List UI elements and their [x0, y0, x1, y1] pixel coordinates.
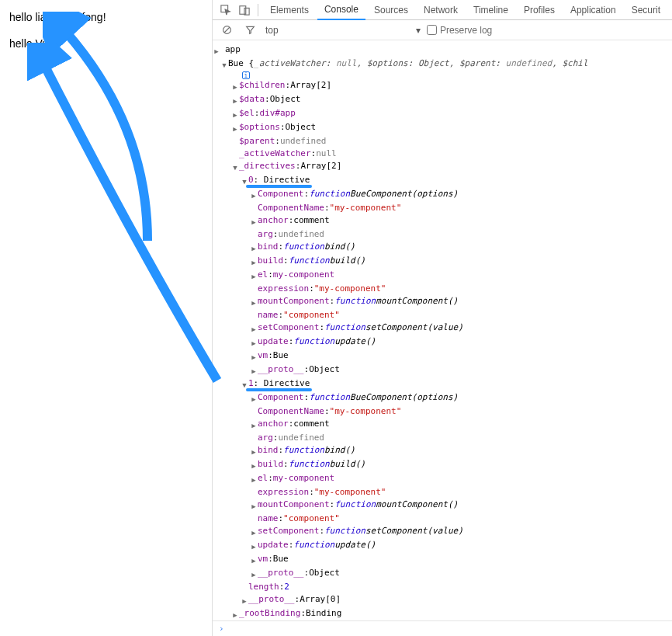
page-content: hello liangshaofeng! hello Vue!	[0, 0, 213, 636]
expand-toggle[interactable]: ▶	[250, 391, 258, 405]
expand-toggle[interactable]: ▶	[250, 499, 258, 513]
preserve-log-label: Preserve log	[440, 25, 492, 36]
svg-line-4	[225, 27, 230, 33]
expand-toggle[interactable]: ▶	[250, 363, 258, 377]
expand-toggle[interactable]: ▼	[231, 160, 239, 174]
chevron-down-icon: ▾	[416, 25, 421, 36]
expand-toggle[interactable]: ▶	[241, 593, 248, 607]
expand-toggle[interactable]: ▶	[250, 321, 258, 335]
tab-security[interactable]: Securit	[625, 0, 667, 20]
expand-toggle[interactable]: ▶	[250, 335, 258, 349]
annotation-arrow-2	[27, 43, 229, 392]
expand-toggle[interactable]: ▶	[250, 567, 258, 581]
device-mode-icon[interactable]	[236, 2, 253, 19]
context-label: top	[265, 25, 279, 36]
tab-console[interactable]: Console	[317, 0, 365, 20]
expand-toggle[interactable]: ▶	[213, 43, 220, 57]
log-app: app	[225, 43, 241, 56]
tab-elements[interactable]: Elements	[263, 0, 316, 20]
log-bue: Bue {	[228, 57, 254, 70]
expand-toggle[interactable]: ▼	[220, 57, 228, 71]
expand-toggle[interactable]: ▶	[250, 539, 258, 553]
expand-toggle[interactable]: ▶	[250, 472, 258, 486]
console-toolbar: top ▾ Preserve log	[213, 20, 672, 40]
preserve-log-toggle[interactable]: Preserve log	[427, 25, 492, 36]
hello-line-1: hello liangshaofeng!	[9, 11, 203, 23]
clear-console-icon[interactable]	[219, 22, 236, 39]
expand-toggle[interactable]: ▶	[250, 349, 258, 363]
console-prompt[interactable]: ›	[213, 620, 672, 636]
expand-toggle[interactable]: ▶	[231, 607, 239, 620]
expand-toggle[interactable]: ▶	[250, 188, 258, 202]
directive-0-header: 0: Directive	[248, 174, 310, 186]
inspect-icon[interactable]	[217, 2, 234, 19]
devtools-main-toolbar: Elements Console Sources Network Timelin…	[213, 0, 672, 20]
expand-toggle[interactable]: ▶	[250, 418, 258, 432]
devtools-panel: Elements Console Sources Network Timelin…	[213, 0, 672, 636]
tab-timeline[interactable]: Timeline	[466, 0, 515, 20]
tab-application[interactable]: Application	[563, 0, 623, 20]
toolbar-divider	[258, 4, 258, 16]
expand-toggle[interactable]: ▶	[231, 121, 239, 135]
directive-1-header: 1: Directive	[248, 377, 310, 390]
info-icon[interactable]: i	[242, 71, 250, 79]
bue-preview: _activeWatcher: null, $options: Object, …	[254, 57, 588, 70]
context-select[interactable]: top ▾	[265, 25, 421, 36]
console-output[interactable]: ▶app ▶▼ Bue { _activeWatcher: null, $opt…	[213, 40, 672, 620]
expand-toggle[interactable]: ▶	[250, 241, 258, 255]
expand-toggle[interactable]: ▶	[250, 525, 258, 539]
expand-toggle[interactable]: ▶	[250, 214, 258, 228]
tab-sources[interactable]: Sources	[367, 0, 415, 20]
expand-toggle[interactable]: ▶	[231, 107, 239, 121]
svg-rect-1	[240, 5, 246, 14]
prompt-chevron-icon: ›	[219, 624, 224, 634]
expand-toggle[interactable]: ▶	[250, 553, 258, 567]
expand-toggle[interactable]: ▶	[250, 458, 258, 472]
expand-toggle[interactable]: ▶	[250, 295, 258, 309]
expand-toggle[interactable]: ▶	[231, 93, 239, 107]
expand-toggle[interactable]: ▶	[250, 255, 258, 269]
expand-toggle[interactable]: ▶	[250, 444, 258, 458]
expand-toggle[interactable]: ▶	[231, 79, 239, 93]
tab-profiles[interactable]: Profiles	[517, 0, 562, 20]
filter-icon[interactable]	[242, 22, 259, 39]
preserve-log-checkbox[interactable]	[427, 25, 437, 35]
tab-network[interactable]: Network	[417, 0, 465, 20]
hello-line-2: hello Vue!	[9, 37, 203, 50]
expand-toggle[interactable]: ▶	[250, 269, 258, 283]
